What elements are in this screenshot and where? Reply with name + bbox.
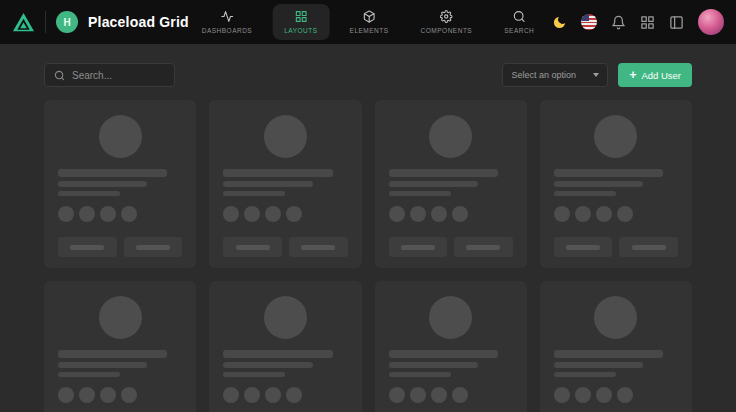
avatar-group-placeholder — [58, 206, 182, 222]
search-icon — [513, 10, 526, 23]
us-flag-icon[interactable] — [581, 14, 597, 30]
nav-item-dashboards[interactable]: DASHBOARDS — [190, 4, 265, 40]
text-line-placeholder — [554, 362, 643, 368]
avatar-dot-placeholder — [596, 206, 612, 222]
avatar-dot-placeholder — [575, 387, 591, 403]
sidebar-panel-icon[interactable] — [669, 15, 684, 30]
button-group-placeholder — [223, 237, 347, 257]
apps-grid-icon[interactable] — [640, 15, 655, 30]
text-line-placeholder — [389, 191, 451, 196]
button-placeholder — [223, 237, 282, 257]
activity-icon — [220, 10, 233, 23]
avatar-dot-placeholder — [244, 206, 260, 222]
bell-icon[interactable] — [611, 15, 626, 30]
layout-grid-icon — [294, 10, 307, 23]
avatar-dot-placeholder — [431, 387, 447, 403]
avatar-dot-placeholder — [121, 206, 137, 222]
avatar-dot-placeholder — [410, 387, 426, 403]
avatar-group-placeholder — [223, 206, 347, 222]
nav-item-search[interactable]: SEARCH — [492, 4, 546, 40]
avatar-dot-placeholder — [79, 206, 95, 222]
main-nav: DASHBOARDS LAYOUTS ELEMENTS COMPONENTS S… — [190, 0, 547, 44]
button-placeholder — [58, 237, 117, 257]
button-group-placeholder — [58, 237, 182, 257]
option-select[interactable]: Select an option — [502, 63, 608, 87]
avatar-dot-placeholder — [286, 206, 302, 222]
nav-item-label: ELEMENTS — [350, 27, 389, 34]
avatar-dot-placeholder — [100, 206, 116, 222]
text-line-placeholder — [58, 362, 147, 368]
avatar-dot-placeholder — [244, 387, 260, 403]
avatar-dot-placeholder — [431, 206, 447, 222]
placeload-card — [209, 281, 361, 412]
avatar-dot-placeholder — [452, 206, 468, 222]
avatar-group-placeholder — [58, 387, 182, 403]
text-line-placeholder — [58, 350, 167, 358]
plus-icon: + — [629, 69, 636, 81]
avatar-dot-placeholder — [79, 387, 95, 403]
page-title: Placeload Grid — [88, 14, 189, 30]
toolbar-right: Select an option + Add User — [502, 63, 692, 87]
placeload-card — [44, 100, 196, 268]
button-group-placeholder — [389, 237, 513, 257]
content-toolbar: Select an option + Add User — [44, 63, 692, 87]
search-input[interactable] — [72, 70, 165, 81]
search-box — [44, 63, 175, 87]
app-logo-icon[interactable] — [12, 11, 35, 34]
text-line-placeholder — [389, 362, 478, 368]
avatar-dot-placeholder — [265, 387, 281, 403]
dark-mode-moon-icon[interactable] — [552, 15, 567, 30]
add-user-button[interactable]: + Add User — [618, 63, 692, 87]
avatar-dot-placeholder — [554, 387, 570, 403]
avatar-dot-placeholder — [286, 387, 302, 403]
brand-divider — [45, 11, 46, 33]
text-line-placeholder — [58, 181, 147, 187]
avatar-placeholder — [594, 115, 637, 158]
avatar-dot-placeholder — [121, 387, 137, 403]
box-icon — [363, 10, 376, 23]
nav-item-label: DASHBOARDS — [202, 27, 253, 34]
text-line-placeholder — [554, 191, 616, 196]
avatar-dot-placeholder — [617, 387, 633, 403]
add-user-label: Add User — [641, 70, 681, 81]
avatar-dot-placeholder — [100, 387, 116, 403]
avatar-group-placeholder — [223, 387, 347, 403]
button-placeholder — [454, 237, 513, 257]
placeload-card — [209, 100, 361, 268]
avatar-placeholder — [429, 115, 472, 158]
avatar-placeholder — [429, 296, 472, 339]
text-line-placeholder — [58, 169, 167, 177]
placeload-card — [44, 281, 196, 412]
text-line-placeholder — [389, 181, 478, 187]
button-placeholder — [124, 237, 183, 257]
nav-item-components[interactable]: COMPONENTS — [409, 4, 485, 40]
text-line-placeholder — [554, 169, 663, 177]
button-placeholder — [619, 237, 678, 257]
nav-item-layouts[interactable]: LAYOUTS — [272, 4, 329, 40]
text-line-placeholder — [223, 191, 285, 196]
avatar-group-placeholder — [389, 387, 513, 403]
button-placeholder — [389, 237, 448, 257]
text-line-placeholder — [58, 372, 120, 377]
text-line-placeholder — [554, 181, 643, 187]
placeload-card — [540, 100, 692, 268]
avatar-dot-placeholder — [617, 206, 633, 222]
button-placeholder — [289, 237, 348, 257]
nav-item-elements[interactable]: ELEMENTS — [338, 4, 401, 40]
avatar-dot-placeholder — [389, 206, 405, 222]
brand: H Placeload Grid — [12, 11, 189, 34]
text-line-placeholder — [389, 169, 498, 177]
user-avatar[interactable] — [698, 9, 724, 35]
nav-item-label: SEARCH — [504, 27, 534, 34]
gear-icon — [440, 10, 453, 23]
avatar-dot-placeholder — [265, 206, 281, 222]
avatar-dot-placeholder — [223, 387, 239, 403]
button-placeholder — [554, 237, 613, 257]
avatar-placeholder — [264, 296, 307, 339]
avatar-dot-placeholder — [58, 206, 74, 222]
search-icon — [54, 70, 65, 81]
placeload-card — [540, 281, 692, 412]
text-line-placeholder — [554, 372, 616, 377]
avatar-group-placeholder — [554, 206, 678, 222]
text-line-placeholder — [389, 350, 498, 358]
